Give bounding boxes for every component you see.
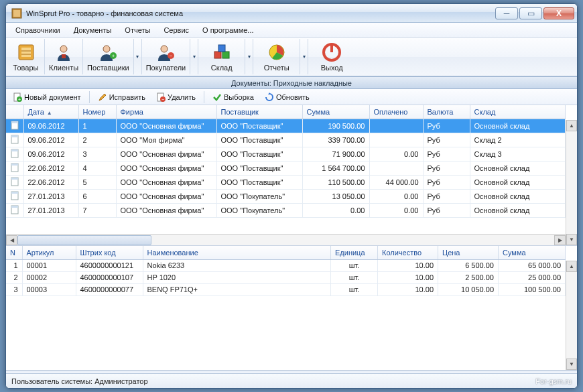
toolbar-suppliers-dropdown[interactable]: ▾: [134, 39, 142, 74]
menu-service[interactable]: Сервис: [157, 24, 196, 36]
table-row[interactable]: 2000024600000000107HP 1020шт.10.002 500.…: [6, 271, 566, 283]
col-supplier[interactable]: Поставщик: [216, 105, 302, 119]
maximize-button[interactable]: ▭: [519, 7, 542, 19]
scroll-up[interactable]: ▲: [566, 261, 577, 272]
svg-rect-35: [11, 178, 18, 180]
toolbar-buyers-dropdown[interactable]: ▾: [190, 39, 198, 74]
menu-references[interactable]: Справочники: [9, 24, 67, 36]
scroll-track[interactable]: [17, 235, 554, 245]
refresh-icon: [265, 92, 274, 102]
cell-unit: шт.: [331, 271, 378, 283]
svg-text:−: −: [170, 53, 173, 59]
sort-asc-icon: ▲: [47, 110, 52, 116]
scroll-right[interactable]: ▶: [554, 235, 566, 245]
buyers-icon: −: [155, 42, 176, 62]
col-unit[interactable]: Единица: [331, 246, 378, 259]
table-row[interactable]: 1000014600000000121Nokia 6233шт.10.006 5…: [6, 259, 566, 271]
documents-hscroll[interactable]: ◀ ▶: [6, 234, 566, 245]
cell-barcode: 4600000000107: [76, 271, 143, 283]
col-paid[interactable]: Оплачено: [369, 105, 423, 119]
scroll-track[interactable]: [566, 131, 577, 234]
scroll-left[interactable]: ◀: [6, 235, 17, 245]
toolbar-reports-dropdown[interactable]: ▾: [300, 39, 308, 74]
toolbar-goods[interactable]: Товары: [7, 39, 45, 74]
cell-num: 2: [78, 133, 116, 147]
toolbar-exit[interactable]: Выход: [308, 39, 355, 74]
col-warehouse[interactable]: Склад: [470, 105, 566, 119]
row-doc-icon: [6, 161, 23, 175]
table-row[interactable]: 09.06.20121ООО "Основная фирма"ООО "Пост…: [6, 119, 566, 133]
table-row[interactable]: 09.06.20122ООО "Моя фирма"ООО "Поставщик…: [6, 133, 566, 147]
table-row[interactable]: 27.01.20137ООО "Основная фирма"ООО "Поку…: [6, 203, 566, 217]
cell-currency: Руб: [423, 119, 470, 133]
filter-button[interactable]: Выборка: [208, 91, 258, 103]
col-qty[interactable]: Количество: [378, 246, 438, 259]
col-icon[interactable]: [6, 105, 23, 119]
menu-about[interactable]: О программе...: [196, 24, 260, 36]
toolbar-reports[interactable]: Отчеты: [253, 39, 300, 74]
col-number[interactable]: Номер: [78, 105, 116, 119]
cell-barcode: 4600000000121: [76, 259, 143, 271]
cell-name: BENQ FP71Q+: [143, 283, 331, 296]
items-grid[interactable]: N Артикул Штрих код Наименование Единица…: [6, 246, 566, 296]
col-sum[interactable]: Сумма: [302, 105, 369, 119]
col-price[interactable]: Цена: [438, 246, 499, 259]
documents-vscroll[interactable]: ▲ ▼: [566, 120, 577, 245]
cell-firm: ООО "Основная фирма": [116, 175, 216, 189]
cell-sum: 190 500.00: [302, 119, 369, 133]
cell-sum: 25 000.00: [499, 271, 566, 283]
table-row[interactable]: 22.06.20125ООО "Основная фирма"ООО "Пост…: [6, 175, 566, 189]
scroll-down[interactable]: ▼: [566, 234, 577, 245]
toolbar-suppliers[interactable]: + Поставщики: [83, 39, 134, 74]
warehouse-icon: [212, 42, 232, 62]
cell-qty: 10.00: [378, 271, 438, 283]
toolbar-warehouse[interactable]: Склад: [198, 39, 245, 74]
edit-button[interactable]: Исправить: [94, 91, 149, 103]
delete-button[interactable]: − Удалить: [152, 91, 200, 103]
col-date[interactable]: Дата▲: [23, 105, 78, 119]
scroll-thumb[interactable]: [17, 235, 151, 245]
menu-reports[interactable]: Отчеты: [118, 24, 157, 36]
svg-rect-39: [11, 206, 18, 208]
table-row[interactable]: 27.01.20136ООО "Основная фирма"ООО "Поку…: [6, 189, 566, 203]
cell-warehouse: Основной склад: [470, 161, 566, 175]
toolbar-warehouse-dropdown[interactable]: ▾: [245, 39, 253, 74]
cell-unit: шт.: [331, 283, 378, 296]
documents-grid[interactable]: Дата▲ Номер Фирма Поставщик Сумма Оплаче…: [6, 105, 566, 218]
content-area: Дата▲ Номер Фирма Поставщик Сумма Оплаче…: [6, 105, 577, 371]
minimize-button[interactable]: ─: [495, 7, 518, 19]
document-actions: + Новый документ Исправить − Удалить Выб…: [6, 89, 577, 105]
scroll-down[interactable]: ▼: [566, 358, 577, 370]
row-doc-icon: [6, 119, 23, 133]
table-row[interactable]: 09.06.20123ООО "Основная фирма"ООО "Пост…: [6, 147, 566, 161]
cell-sum: 1 564 700.00: [302, 161, 369, 175]
new-document-button[interactable]: + Новый документ: [9, 91, 85, 103]
titlebar[interactable]: WinSprut Pro - товарно - финансовая сист…: [6, 4, 577, 23]
cell-warehouse: Склад 2: [470, 133, 566, 147]
col-item-sum[interactable]: Сумма: [499, 246, 566, 259]
table-row[interactable]: 3000034600000000077BENQ FP71Q+шт.10.0010…: [6, 283, 566, 296]
table-row[interactable]: 22.06.20124ООО "Основная фирма"ООО "Пост…: [6, 161, 566, 175]
scroll-track[interactable]: [566, 272, 577, 358]
cell-price: 6 500.00: [438, 259, 499, 271]
suppliers-icon: +: [98, 42, 118, 62]
toolbar-warehouse-label: Склад: [211, 64, 233, 72]
col-name[interactable]: Наименование: [143, 246, 331, 259]
cell-price: 2 500.00: [438, 271, 499, 283]
close-button[interactable]: X: [543, 7, 574, 19]
col-barcode[interactable]: Штрих код: [76, 246, 143, 259]
col-article[interactable]: Артикул: [22, 246, 76, 259]
items-vscroll[interactable]: ▲ ▼: [566, 261, 577, 370]
scroll-up[interactable]: ▲: [566, 120, 577, 131]
col-firm[interactable]: Фирма: [116, 105, 216, 119]
cell-supplier: ООО "Поставщик": [216, 161, 302, 175]
col-n[interactable]: N: [6, 246, 22, 259]
cell-price: 10 050.00: [438, 283, 499, 296]
cell-supplier: ООО "Поставщик": [216, 133, 302, 147]
toolbar-clients[interactable]: Клиенты: [45, 39, 83, 74]
toolbar-buyers[interactable]: − Покупатели: [142, 39, 191, 74]
col-currency[interactable]: Валюта: [423, 105, 470, 119]
menu-documents[interactable]: Документы: [67, 24, 119, 36]
refresh-button[interactable]: Обновить: [261, 91, 314, 103]
cell-paid: [369, 119, 423, 133]
